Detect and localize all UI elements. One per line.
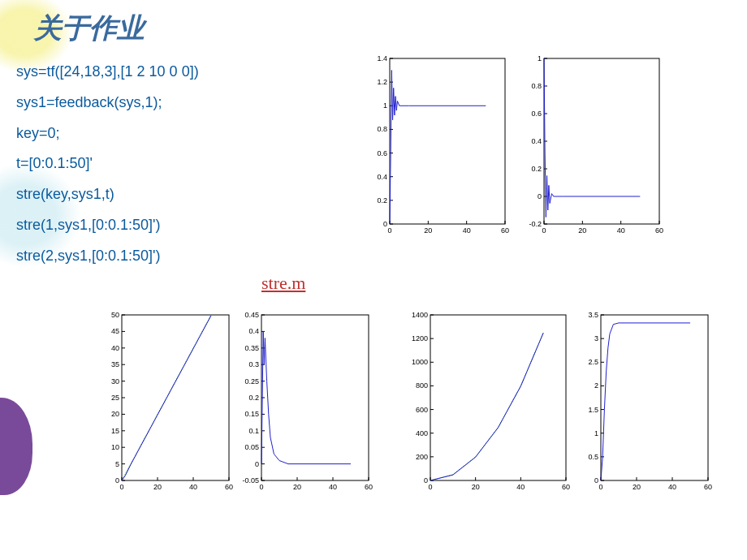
- svg-text:0.1: 0.1: [248, 427, 259, 435]
- svg-text:200: 200: [416, 453, 428, 461]
- chart-step-error: 0204060-0.200.20.40.60.81: [520, 52, 666, 239]
- svg-text:-0.05: -0.05: [242, 476, 259, 485]
- svg-text:0: 0: [542, 226, 546, 235]
- svg-text:3.5: 3.5: [588, 311, 598, 319]
- svg-rect-25: [544, 58, 659, 224]
- svg-text:20: 20: [424, 226, 432, 235]
- svg-rect-48: [122, 315, 229, 480]
- svg-text:15: 15: [111, 427, 119, 435]
- svg-rect-79: [261, 315, 369, 480]
- svg-text:60: 60: [655, 226, 663, 235]
- svg-text:1: 1: [594, 429, 598, 437]
- svg-text:2: 2: [594, 381, 598, 390]
- svg-text:0.4: 0.4: [377, 173, 387, 181]
- svg-text:20: 20: [633, 483, 641, 491]
- code-line: key=0;: [16, 118, 199, 149]
- svg-text:0: 0: [119, 483, 123, 491]
- svg-text:0.05: 0.05: [244, 443, 259, 451]
- svg-text:1: 1: [538, 54, 542, 62]
- svg-text:0.8: 0.8: [531, 82, 542, 90]
- svg-text:600: 600: [416, 406, 428, 414]
- svg-text:35: 35: [111, 360, 119, 368]
- svg-text:0.2: 0.2: [531, 165, 542, 173]
- svg-text:0.4: 0.4: [248, 327, 259, 335]
- svg-text:0.6: 0.6: [531, 110, 542, 118]
- code-line: sys1=feedback(sys,1);: [16, 88, 199, 118]
- svg-text:0.2: 0.2: [248, 394, 259, 402]
- svg-text:40: 40: [668, 483, 676, 491]
- svg-text:800: 800: [416, 381, 428, 390]
- svg-text:40: 40: [516, 483, 525, 491]
- svg-text:0: 0: [255, 460, 259, 468]
- code-block: sys=tf([24,18,3],[1 2 10 0 0]) sys1=feed…: [16, 57, 199, 272]
- svg-text:60: 60: [704, 483, 712, 491]
- svg-text:0.5: 0.5: [588, 453, 598, 461]
- svg-text:0.25: 0.25: [244, 377, 259, 386]
- svg-text:0.4: 0.4: [531, 137, 542, 145]
- svg-text:40: 40: [111, 344, 119, 352]
- svg-text:1200: 1200: [412, 334, 428, 342]
- svg-text:50: 50: [111, 311, 119, 319]
- page-title: 关于作业: [34, 10, 145, 47]
- svg-text:0: 0: [387, 226, 391, 235]
- svg-text:1.4: 1.4: [377, 54, 387, 62]
- svg-rect-0: [390, 58, 505, 224]
- stre-m-link[interactable]: stre.m: [261, 273, 305, 294]
- svg-text:0: 0: [259, 483, 263, 491]
- svg-text:0: 0: [428, 483, 432, 491]
- svg-text:0.2: 0.2: [377, 196, 387, 205]
- svg-text:0: 0: [594, 476, 598, 485]
- svg-text:0: 0: [598, 483, 602, 491]
- svg-text:5: 5: [115, 460, 119, 468]
- svg-text:20: 20: [111, 410, 119, 418]
- chart-parabola-response: 02040600200400600800100012001400: [406, 308, 572, 495]
- code-line: sys=tf([24,18,3],[1 2 10 0 0]): [16, 57, 199, 88]
- chart-ramp-error: 0204060-0.0500.050.10.150.20.250.30.350.…: [237, 308, 375, 495]
- svg-text:20: 20: [578, 226, 586, 235]
- svg-text:400: 400: [416, 429, 428, 437]
- svg-text:30: 30: [111, 377, 119, 386]
- decoration-purple: [0, 398, 32, 495]
- chart-ramp-response: 020406005101520253035404550: [97, 308, 235, 495]
- svg-text:0: 0: [538, 192, 542, 200]
- svg-text:0.3: 0.3: [248, 360, 259, 368]
- svg-text:0: 0: [424, 476, 428, 485]
- svg-text:0: 0: [115, 476, 119, 485]
- code-line: stre(1,sys1,[0:0.1:50]'): [16, 210, 199, 241]
- svg-text:-0.2: -0.2: [529, 220, 542, 228]
- svg-text:0.15: 0.15: [244, 410, 259, 418]
- svg-text:40: 40: [617, 226, 625, 235]
- svg-text:45: 45: [111, 327, 119, 335]
- svg-text:0.6: 0.6: [377, 149, 387, 157]
- svg-text:3: 3: [594, 334, 598, 342]
- svg-text:2.5: 2.5: [588, 358, 598, 366]
- svg-text:1.5: 1.5: [588, 406, 598, 414]
- svg-text:40: 40: [329, 483, 337, 491]
- svg-text:25: 25: [111, 394, 119, 402]
- code-line: t=[0:0.1:50]': [16, 149, 199, 179]
- svg-text:10: 10: [111, 443, 119, 451]
- svg-rect-110: [430, 315, 566, 480]
- svg-text:60: 60: [365, 483, 373, 491]
- svg-text:0.8: 0.8: [377, 125, 387, 133]
- svg-rect-135: [601, 315, 708, 480]
- chart-step-response: 020406000.20.40.60.811.21.4: [365, 52, 512, 239]
- code-line: stre(2,sys1,[0:0.1:50]'): [16, 241, 199, 272]
- svg-text:60: 60: [501, 226, 509, 235]
- svg-text:1000: 1000: [412, 358, 428, 366]
- svg-text:20: 20: [293, 483, 301, 491]
- svg-text:0.45: 0.45: [244, 311, 259, 319]
- svg-text:1.2: 1.2: [377, 78, 387, 86]
- svg-text:0: 0: [383, 220, 387, 228]
- svg-text:20: 20: [472, 483, 480, 491]
- svg-text:20: 20: [153, 483, 162, 491]
- code-line: stre(key,sys1,t): [16, 179, 199, 210]
- svg-text:1400: 1400: [412, 311, 428, 319]
- svg-text:40: 40: [463, 226, 471, 235]
- svg-text:1: 1: [383, 101, 387, 110]
- svg-text:40: 40: [189, 483, 197, 491]
- svg-text:60: 60: [562, 483, 570, 491]
- chart-parabola-error: 020406000.511.522.533.5: [576, 308, 715, 495]
- svg-text:60: 60: [225, 483, 233, 491]
- svg-text:0.35: 0.35: [244, 344, 259, 352]
